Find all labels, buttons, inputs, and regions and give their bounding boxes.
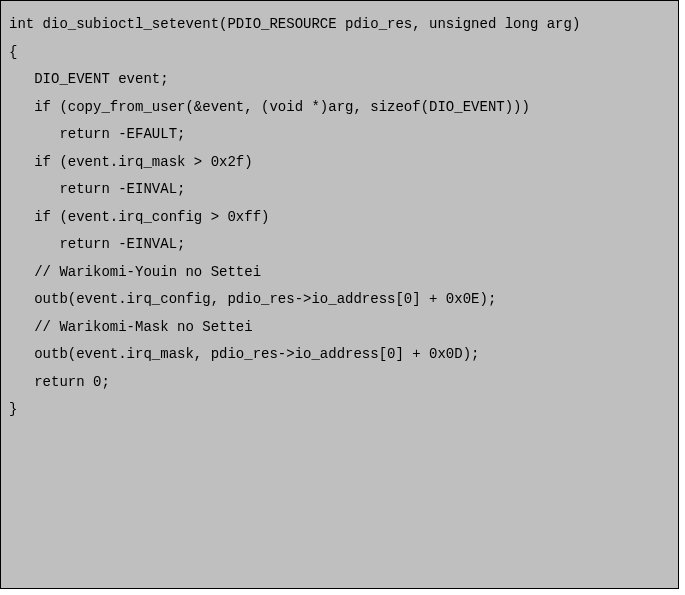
code-listing-box: int dio_subioctl_setevent(PDIO_RESOURCE … xyxy=(0,0,679,589)
code-line: { xyxy=(9,39,672,67)
code-line: // Warikomi-Youin no Settei xyxy=(9,259,672,287)
code-line: outb(event.irq_config, pdio_res->io_addr… xyxy=(9,286,672,314)
code-line: outb(event.irq_mask, pdio_res->io_addres… xyxy=(9,341,672,369)
code-line: // Warikomi-Mask no Settei xyxy=(9,314,672,342)
code-line: return -EFAULT; xyxy=(9,121,672,149)
code-line: return -EINVAL; xyxy=(9,231,672,259)
code-line: } xyxy=(9,396,672,424)
code-line: if (event.irq_config > 0xff) xyxy=(9,204,672,232)
code-line: int dio_subioctl_setevent(PDIO_RESOURCE … xyxy=(9,11,672,39)
code-line: if (event.irq_mask > 0x2f) xyxy=(9,149,672,177)
code-line: if (copy_from_user(&event, (void *)arg, … xyxy=(9,94,672,122)
code-line: DIO_EVENT event; xyxy=(9,66,672,94)
code-line: return -EINVAL; xyxy=(9,176,672,204)
code-line: return 0; xyxy=(9,369,672,397)
